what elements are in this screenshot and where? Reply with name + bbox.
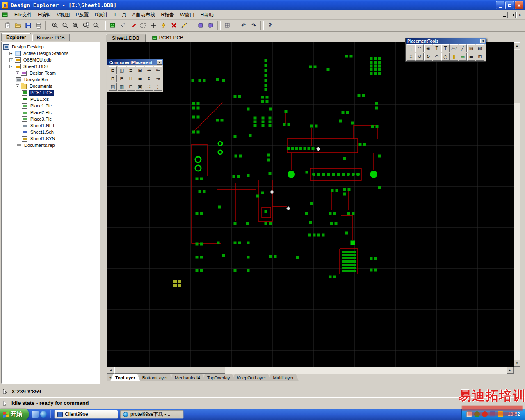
close-icon[interactable]: × [157,60,162,65]
clipboard-icon[interactable] [2,21,13,30]
tray-icon-5[interactable] [498,411,503,417]
component-icon[interactable] [195,21,205,30]
tree-item-documents-rep[interactable]: Documents.rep [2,142,100,148]
align-left-icon[interactable]: ⊏ [109,66,117,74]
knife-icon[interactable] [117,21,128,30]
print-icon[interactable] [33,21,43,30]
shrink-h-icon[interactable]: ⇤ [154,66,162,74]
pad-array-icon[interactable]: ⊞ [476,53,484,61]
browser-icon[interactable] [40,411,47,418]
arc-cw-icon[interactable]: ↻ [424,53,432,61]
redo-icon[interactable]: ↷ [249,21,259,30]
horizontal-scrollbar[interactable]: ◄ ► [107,367,514,374]
place-arc-edge-icon[interactable]: ◠ [415,44,424,52]
task-button-0[interactable]: Client99se [54,410,118,419]
align-right-icon[interactable]: ⊐ [127,66,135,74]
menu-item-9[interactable]: H帮助 [197,10,217,20]
vertical-scrollbar[interactable]: ▲ ▼ [514,42,520,367]
placement-array-icon[interactable]: ∷ [145,83,153,91]
move-cross-icon[interactable] [148,21,158,30]
menu-item-7[interactable]: R报告 [158,10,177,20]
arrange-outside-icon[interactable]: ⊡ [127,83,135,91]
pcb-board-icon[interactable] [107,21,117,30]
scroll-right-icon[interactable]: ► [507,367,514,374]
place-array-icon[interactable]: ∷ [407,53,415,61]
panel-tab-explorer[interactable]: Explorer [1,33,31,41]
tree-item-pcb1-xls[interactable]: PCB1.xls [2,96,100,103]
arrange-rect-icon[interactable]: ▣ [136,83,144,91]
menu-item-5[interactable]: T工具 [111,10,129,20]
draw-wire-icon[interactable] [179,21,189,30]
scroll-up-icon[interactable]: ▲ [514,42,520,49]
tree-item-sheet1-ddb[interactable]: -Sheet1.DDB [2,63,100,70]
shrink-v-icon[interactable]: ⇥ [154,75,162,82]
document-tab-pcb1-pcb[interactable]: PCB1.PCB [146,33,189,42]
route-trace-icon[interactable] [128,21,138,30]
restore-button[interactable] [505,1,514,9]
tree-item-place1-plc[interactable]: Place1.Plc [2,103,100,109]
expand-h-icon[interactable]: ↔ [145,66,153,74]
layer-tab-bottomlayer[interactable]: BottomLayer [137,374,173,381]
place-room-icon[interactable]: ▭ [459,53,467,61]
component-placement-titlebar[interactable]: ComponentPlacement × [107,59,163,65]
tree-item-recycle-bin[interactable]: Recycle Bin [2,76,100,83]
center-vertical-icon[interactable]: ⊟ [118,75,126,82]
tree-item-active-design-stations[interactable]: +Active Design Stations [2,50,100,57]
tree-item-o6bmcu-ddb[interactable]: +O6BMCU.ddb [2,57,100,63]
scroll-left-icon[interactable]: ◄ [107,367,114,374]
tray-icon-3[interactable] [482,411,488,417]
layer-tab-multilayer[interactable]: MultiLayer [268,374,299,381]
document-tab-sheet1-ddb[interactable]: Sheet1.DDB [106,34,146,42]
arc-any-icon[interactable]: ◠ [433,53,441,61]
menu-item-4[interactable]: D设计 [91,10,111,20]
show-desktop-icon[interactable] [32,411,39,418]
flash-icon[interactable] [158,21,169,30]
place-string-icon[interactable]: T [433,44,441,52]
delete-x-icon[interactable] [169,21,179,30]
vertical-scroll-thumb[interactable] [514,50,520,103]
expand-box-icon[interactable]: + [16,71,19,75]
expand-v-icon[interactable]: ↕ [145,75,153,82]
zoom-window-icon[interactable] [70,21,80,30]
align-top-icon[interactable]: ⊓ [109,75,117,82]
child-close-button[interactable]: × [516,12,523,18]
arc-ccw-icon[interactable]: ↺ [415,53,424,61]
place-line-icon[interactable]: ╱ [459,44,467,52]
selection-rect-icon[interactable] [138,21,148,30]
tree-item-sheet1-net[interactable]: Sheet1.NET [2,122,100,129]
undo-icon[interactable]: ↶ [238,21,249,30]
space-equal-h-icon[interactable]: ⊞ [136,66,144,74]
move-to-grid-icon[interactable]: ▤ [109,83,117,91]
align-bottom-icon[interactable]: ⊔ [127,75,135,82]
layer-tab-mechanical4[interactable]: Mechanical4 [170,374,205,381]
layer-tab-topoverlay[interactable]: TopOverlay [202,374,235,381]
place-text-icon[interactable]: T [441,44,450,52]
full-circle-icon[interactable]: ○ [441,53,450,61]
place-track-icon[interactable]: ┌ [407,44,415,52]
child-restore-button[interactable] [509,12,516,18]
open-folder-icon[interactable] [13,21,23,30]
menu-item-2[interactable]: V视图 [54,10,73,20]
tray-icon-2[interactable] [474,411,480,417]
horizontal-scroll-thumb[interactable] [114,367,225,374]
start-button[interactable]: 开始 [0,409,29,420]
component-placement-toolbar[interactable]: ComponentPlacement × ⊏◫⊐⊞↔⇤⊓⊟⊔≡↕⇥▤▥⊡▣∷⋮ [107,59,163,92]
zoom-out-icon[interactable] [60,21,70,30]
collapse-box-icon[interactable]: - [16,84,19,88]
place-delete-icon[interactable]: ▨ [467,44,475,52]
tree-item-sheet1-syn[interactable]: Sheet1.SYN [2,135,100,142]
active-document-icon[interactable] [2,11,8,18]
zoom-in-icon[interactable] [50,21,60,30]
tree-item-sheet1-sch[interactable]: Sheet1.Sch [2,129,100,135]
tree-item-pcb1-pcb[interactable]: PCB1.PCB [2,89,100,96]
place-pad-icon[interactable]: ▬ [467,53,475,61]
zoom-document-icon[interactable] [80,21,91,30]
tray-icon-1[interactable] [466,411,472,417]
tree-item-place2-plc[interactable]: Place2.Plc [2,109,100,116]
layer-tab-toplayer[interactable]: TopLayer [110,374,140,381]
close-icon[interactable]: × [480,39,485,43]
placement-tools-toolbar[interactable]: PlacementTools × ┌◠◉TT,10,0╱▨▧∷↺↻◠○▮▭▬⊞ [405,38,486,62]
space-equal-v-icon[interactable]: ≡ [136,75,144,82]
arrange-within-room-icon[interactable]: ▥ [118,83,126,91]
menu-item-8[interactable]: W窗口 [177,10,197,20]
